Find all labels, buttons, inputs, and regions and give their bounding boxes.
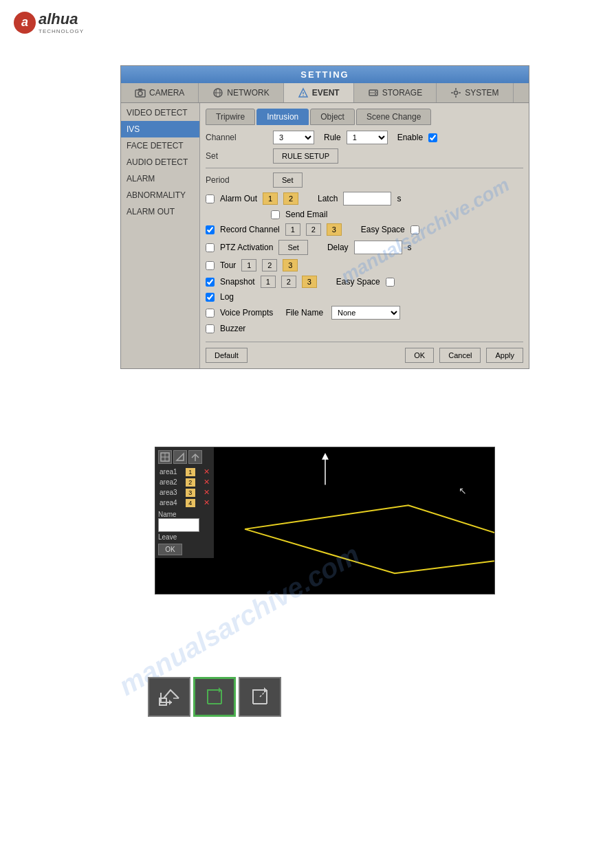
record-btn-2[interactable]: 2 (306, 223, 321, 236)
area-row-4: area4 4 ✕ (158, 498, 211, 508)
snapshot-btn-3[interactable]: 3 (302, 276, 317, 288)
snapshot-checkbox[interactable] (206, 278, 215, 287)
inner-tab-object[interactable]: Object (310, 109, 355, 125)
period-set-button[interactable]: Set (273, 173, 303, 188)
delay-input[interactable]: 10 (354, 241, 402, 254)
tour-checkbox[interactable] (206, 261, 215, 270)
snapshot-easy-checkbox[interactable] (386, 278, 395, 287)
sidebar-item-alarm[interactable]: ALARM (121, 170, 199, 187)
log-checkbox[interactable] (206, 293, 215, 302)
snapshot-btn-1[interactable]: 1 (261, 276, 276, 288)
tab-network[interactable]: NETWORK (199, 83, 283, 102)
sidebar-item-ivs[interactable]: IVS (121, 121, 199, 137)
alarm-out-btn-2[interactable]: 2 (283, 192, 298, 205)
icon-draw-polygon[interactable] (148, 677, 190, 717)
inner-tab-tripwire[interactable]: Tripwire (206, 109, 255, 125)
easy-space-checkbox-1[interactable] (410, 225, 419, 234)
voice-checkbox[interactable] (206, 309, 215, 318)
alarm-out-btn-1[interactable]: 1 (263, 192, 278, 205)
record-channel-checkbox[interactable] (206, 225, 215, 234)
overlay-btn-1[interactable] (158, 450, 172, 464)
alarm-out-checkbox[interactable] (206, 194, 215, 203)
rule-select[interactable]: 1 2 (347, 131, 388, 144)
event-icon (298, 87, 309, 98)
record-btn-1[interactable]: 1 (285, 223, 300, 236)
cursor: ↖ (459, 485, 467, 496)
channel-select[interactable]: 3 1 2 (273, 131, 314, 144)
sidebar-item-abnormality[interactable]: ABNORMALITY (121, 187, 199, 203)
send-email-checkbox[interactable] (271, 210, 280, 219)
sidebar-item-face-detect[interactable]: FACE DETECT (121, 137, 199, 154)
snapshot-row: Snapshot 1 2 3 Easy Space (206, 276, 523, 288)
name-row: Name (158, 511, 211, 532)
default-button[interactable]: Default (206, 348, 248, 363)
tab-network-label: NETWORK (227, 88, 269, 98)
cancel-button[interactable]: Cancel (439, 348, 481, 363)
ok-button[interactable]: OK (405, 348, 434, 363)
file-name-select[interactable]: None (331, 306, 400, 320)
overlay-btn-3[interactable] (188, 450, 202, 464)
alarm-out-row: Alarm Out 1 2 Latch 10 s (206, 192, 523, 205)
svg-marker-20 (245, 505, 494, 573)
send-email-row: Send Email (271, 210, 523, 219)
tab-event[interactable]: EVENT (284, 83, 354, 102)
sidebar-item-alarm-out[interactable]: ALARM OUT (121, 203, 199, 220)
camera-view: ↖ (155, 447, 495, 594)
svg-rect-2 (138, 89, 142, 91)
channel-row: Channel 3 1 2 Rule 1 2 Enable (206, 131, 523, 144)
inner-tab-intrusion[interactable]: Intrusion (256, 109, 309, 125)
ptz-set-button[interactable]: Set (278, 240, 308, 255)
camera-icon (135, 87, 146, 98)
tab-storage[interactable]: STORAGE (354, 83, 437, 102)
name-label: Name (158, 511, 177, 518)
sidebar-item-audio-detect[interactable]: AUDIO DETECT (121, 154, 199, 170)
buzzer-checkbox[interactable] (206, 324, 215, 333)
record-btn-3[interactable]: 3 (327, 223, 342, 236)
rule-setup-button[interactable]: RULE SETUP (273, 148, 338, 164)
tour-btn-3[interactable]: 3 (283, 259, 298, 271)
area4-delete[interactable]: ✕ (204, 498, 210, 507)
enable-checkbox[interactable] (428, 133, 437, 142)
overlay-ok-button[interactable]: OK (158, 544, 182, 555)
enable-label: Enable (397, 133, 423, 142)
alarm-out-label: Alarm Out (220, 194, 257, 203)
area-name-input[interactable] (158, 518, 199, 532)
dialog-title: SETTING (121, 66, 529, 83)
send-email-label: Send Email (285, 210, 327, 219)
logo: a alhua TECHNOLOGY (14, 10, 96, 34)
area1-delete[interactable]: ✕ (204, 467, 210, 476)
leave-label: Leave (158, 533, 211, 541)
logo-area: a alhua TECHNOLOGY (0, 0, 614, 45)
tour-btn-2[interactable]: 2 (262, 259, 277, 271)
ptz-checkbox[interactable] (206, 243, 215, 252)
form-section: Channel 3 1 2 Rule 1 2 Enable (206, 131, 523, 363)
area4-name: area4 (160, 499, 177, 507)
latch-input[interactable]: 10 (343, 192, 391, 205)
overlay-toolbar (158, 450, 211, 464)
area-row-2: area2 2 ✕ (158, 477, 211, 487)
area2-delete[interactable]: ✕ (204, 478, 210, 487)
area3-delete[interactable]: ✕ (204, 488, 210, 497)
svg-marker-19 (322, 453, 329, 460)
tour-btn-1[interactable]: 1 (241, 259, 256, 271)
snapshot-btn-2[interactable]: 2 (281, 276, 296, 288)
overlay-btn-2[interactable] (173, 450, 187, 464)
inner-tab-scene-change[interactable]: Scene Change (356, 109, 431, 125)
latch-unit: s (397, 194, 401, 203)
icon-redraw-polygon[interactable] (239, 677, 281, 717)
tab-system[interactable]: SYSTEM (437, 83, 513, 102)
area2-name: area2 (160, 478, 177, 486)
sidebar: VIDEO DETECT IVS FACE DETECT AUDIO DETEC… (121, 103, 200, 368)
nav-tabs: CAMERA NETWORK EVENT (121, 83, 529, 103)
clear-polygon-icon (202, 685, 227, 709)
sidebar-item-video-detect[interactable]: VIDEO DETECT (121, 104, 199, 121)
set-label: Set (206, 151, 267, 161)
voice-label: Voice Prompts (220, 308, 273, 318)
area3-num: 3 (186, 489, 195, 497)
tab-camera[interactable]: CAMERA (121, 83, 199, 102)
icon-clear-polygon[interactable] (193, 677, 236, 717)
delay-label: Delay (327, 243, 349, 252)
apply-button[interactable]: Apply (486, 348, 523, 363)
log-label: Log (220, 292, 234, 302)
area1-num: 1 (186, 468, 195, 476)
